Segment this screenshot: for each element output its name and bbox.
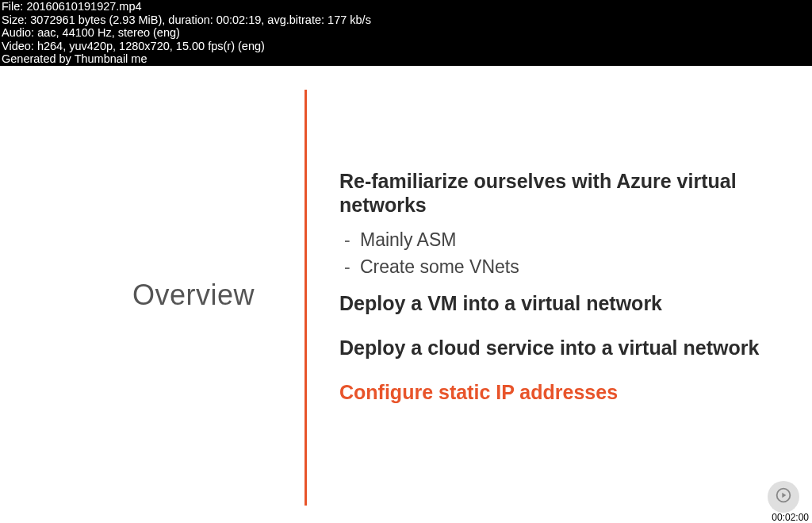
play-button[interactable]: [768, 481, 799, 513]
info-video: Video: h264, yuv420p, 1280x720, 15.00 fp…: [2, 40, 810, 53]
vertical-divider: [304, 90, 307, 506]
info-generated: Generated by Thumbnail me: [2, 52, 810, 66]
bullet-4-highlight: Configure static IP addresses: [339, 380, 783, 404]
slide-bullets: Re-familiarize ourselves with Azure virt…: [339, 169, 783, 415]
slide-heading-left: Overview: [132, 279, 255, 312]
info-file: File: 20160610191927.mp4: [2, 0, 810, 13]
frame-timestamp: 00:02:00: [772, 512, 809, 523]
bullet-1: Re-familiarize ourselves with Azure virt…: [339, 169, 783, 217]
info-size: Size: 3072961 bytes (2.93 MiB), duration…: [2, 13, 810, 27]
play-icon: [776, 487, 791, 506]
info-audio: Audio: aac, 44100 Hz, stereo (eng): [2, 26, 810, 40]
bullet-2: Deploy a VM into a virtual network: [339, 291, 783, 315]
bullet-3: Deploy a cloud service into a virtual ne…: [339, 336, 783, 360]
video-info-bar: File: 20160610191927.mp4 Size: 3072961 b…: [0, 0, 812, 67]
svg-marker-1: [782, 493, 786, 498]
slide-frame: Overview Re-familiarize ourselves with A…: [0, 66, 812, 523]
thumbnail-root: File: 20160610191927.mp4 Size: 3072961 b…: [0, 0, 812, 523]
bullet-1-sub-1: Mainly ASM: [360, 228, 783, 252]
bullet-1-sub-2: Create some VNets: [360, 255, 783, 279]
